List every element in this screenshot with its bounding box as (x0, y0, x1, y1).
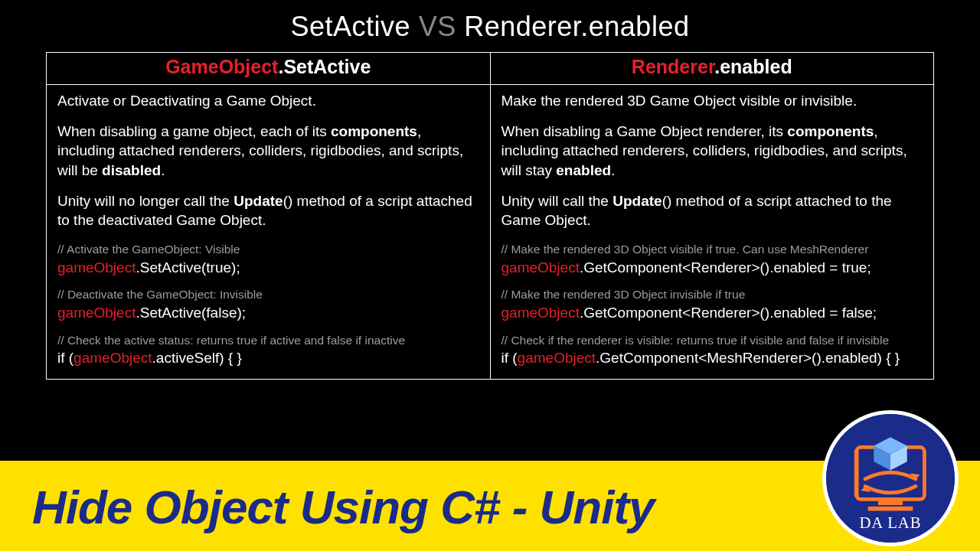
left-p2: When disabling a game object, each of it… (57, 122, 479, 181)
logo-icon: DA LAB (826, 414, 955, 543)
right-p2: When disabling a Game Object renderer, i… (501, 122, 923, 181)
right-code-3: // Check if the renderer is visible: ret… (501, 332, 923, 368)
col-header-right: Renderer.enabled (490, 53, 934, 85)
comparison-table: GameObject.SetActive Renderer.enabled Ac… (46, 52, 934, 380)
col-header-left: GameObject.SetActive (47, 53, 491, 85)
left-code-1: // Activate the GameObject: Visible game… (57, 241, 479, 277)
left-code-3: // Check the active status: returns true… (57, 332, 479, 368)
right-p3: Unity will call the Update() method of a… (501, 191, 923, 230)
banner-text: Hide Object Using C# - Unity (32, 484, 655, 531)
left-code-2: // Deactivate the GameObject: Invisible … (57, 286, 479, 322)
title-a: SetActive (291, 11, 411, 42)
title-vs: VS (419, 11, 456, 42)
logo-badge: DA LAB (822, 410, 959, 546)
left-cell: Activate or Deactivating a Game Object. … (47, 85, 491, 380)
left-p3: Unity will no longer call the Update() m… (57, 191, 479, 230)
slide-title: SetActive VS Renderer.enabled (46, 11, 934, 43)
right-code-2: // Make the rendered 3D Object invisible… (501, 286, 923, 322)
right-p1: Make the rendered 3D Game Object visible… (501, 91, 923, 111)
right-code-1: // Make the rendered 3D Object visible i… (501, 241, 923, 277)
logo-text: DA LAB (859, 514, 921, 531)
svg-rect-2 (854, 450, 859, 496)
svg-rect-4 (868, 507, 913, 511)
title-b: Renderer.enabled (464, 11, 689, 42)
right-cell: Make the rendered 3D Game Object visible… (490, 85, 934, 380)
svg-rect-3 (878, 500, 903, 505)
left-p1: Activate or Deactivating a Game Object. (57, 91, 479, 111)
